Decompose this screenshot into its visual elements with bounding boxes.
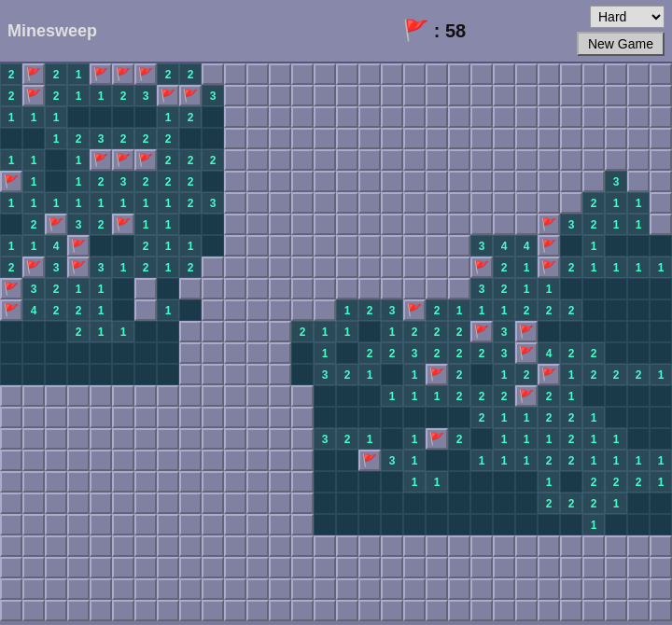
cell[interactable] <box>202 600 224 621</box>
cell[interactable] <box>314 385 336 407</box>
cell[interactable] <box>224 493 246 514</box>
cell[interactable] <box>246 514 269 535</box>
cell[interactable] <box>179 321 202 342</box>
cell[interactable] <box>358 192 381 214</box>
cell[interactable] <box>336 407 358 428</box>
cell[interactable] <box>112 557 134 578</box>
cell[interactable] <box>627 106 650 128</box>
cell[interactable] <box>224 428 246 450</box>
cell[interactable] <box>381 192 403 214</box>
cell[interactable] <box>179 471 202 493</box>
cell[interactable]: 1 <box>90 299 112 321</box>
cell[interactable] <box>582 63 605 85</box>
cell[interactable]: 🚩 <box>403 299 426 321</box>
cell[interactable] <box>336 278 358 299</box>
cell[interactable]: 2 <box>493 278 515 299</box>
cell[interactable] <box>538 514 560 535</box>
cell[interactable]: 1 <box>358 428 381 450</box>
cell[interactable] <box>560 600 582 621</box>
cell[interactable] <box>67 342 90 364</box>
cell[interactable] <box>134 471 157 493</box>
cell[interactable]: 1 <box>493 299 515 321</box>
cell[interactable] <box>381 214 403 235</box>
cell[interactable] <box>358 214 381 235</box>
cell[interactable] <box>381 171 403 192</box>
cell[interactable] <box>336 471 358 493</box>
cell[interactable] <box>157 321 179 342</box>
cell[interactable]: 3 <box>90 128 112 149</box>
cell[interactable] <box>336 149 358 171</box>
cell[interactable]: 4 <box>515 235 538 257</box>
cell[interactable] <box>493 557 515 578</box>
cell[interactable] <box>493 535 515 557</box>
cell[interactable] <box>291 192 314 214</box>
cell[interactable] <box>605 106 627 128</box>
cell[interactable]: 2 <box>582 471 605 493</box>
cell[interactable] <box>134 600 157 621</box>
cell[interactable]: 2 <box>448 428 470 450</box>
cell[interactable] <box>336 214 358 235</box>
cell[interactable]: 1 <box>67 278 90 299</box>
cell[interactable]: 3 <box>134 85 157 106</box>
cell[interactable]: 3 <box>381 299 403 321</box>
cell[interactable] <box>291 214 314 235</box>
cell[interactable] <box>291 63 314 85</box>
cell[interactable] <box>605 85 627 106</box>
cell[interactable]: 2 <box>493 257 515 278</box>
cell[interactable] <box>22 385 45 407</box>
cell[interactable] <box>112 578 134 600</box>
cell[interactable] <box>448 149 470 171</box>
cell[interactable]: 1 <box>448 299 470 321</box>
cell[interactable]: 2 <box>336 364 358 385</box>
cell[interactable]: 2 <box>403 321 426 342</box>
cell[interactable] <box>269 192 291 214</box>
cell[interactable] <box>157 364 179 385</box>
cell[interactable] <box>381 149 403 171</box>
cell[interactable]: 2 <box>22 214 45 235</box>
cell[interactable]: 2 <box>605 364 627 385</box>
cell[interactable] <box>515 578 538 600</box>
cell[interactable] <box>381 514 403 535</box>
cell[interactable] <box>582 149 605 171</box>
cell[interactable] <box>0 128 22 149</box>
cell[interactable] <box>605 385 627 407</box>
cell[interactable] <box>112 428 134 450</box>
cell[interactable]: 2 <box>179 257 202 278</box>
cell[interactable] <box>403 535 426 557</box>
cell[interactable] <box>67 385 90 407</box>
cell[interactable] <box>67 493 90 514</box>
cell[interactable] <box>45 385 67 407</box>
cell[interactable]: 3 <box>470 278 493 299</box>
cell[interactable] <box>22 450 45 471</box>
cell[interactable]: 🚩 <box>134 149 157 171</box>
cell[interactable]: 3 <box>403 342 426 364</box>
cell[interactable]: 🚩 <box>426 428 448 450</box>
cell[interactable] <box>650 428 672 450</box>
cell[interactable] <box>246 299 269 321</box>
cell[interactable]: 3 <box>493 342 515 364</box>
cell[interactable] <box>538 578 560 600</box>
cell[interactable] <box>381 106 403 128</box>
cell[interactable] <box>515 557 538 578</box>
cell[interactable]: 1 <box>493 364 515 385</box>
cell[interactable] <box>314 128 336 149</box>
cell[interactable]: 1 <box>605 450 627 471</box>
cell[interactable]: 2 <box>448 342 470 364</box>
cell[interactable] <box>605 535 627 557</box>
cell[interactable] <box>224 514 246 535</box>
cell[interactable] <box>157 557 179 578</box>
cell[interactable] <box>202 514 224 535</box>
cell[interactable] <box>269 600 291 621</box>
cell[interactable] <box>246 428 269 450</box>
cell[interactable] <box>358 85 381 106</box>
cell[interactable]: 1 <box>426 471 448 493</box>
new-game-button[interactable]: New Game <box>577 32 665 56</box>
cell[interactable] <box>224 278 246 299</box>
cell[interactable] <box>67 600 90 621</box>
cell[interactable] <box>426 192 448 214</box>
cell[interactable] <box>605 149 627 171</box>
cell[interactable] <box>134 514 157 535</box>
cell[interactable]: 2 <box>45 85 67 106</box>
cell[interactable]: 1 <box>605 493 627 514</box>
cell[interactable] <box>90 342 112 364</box>
